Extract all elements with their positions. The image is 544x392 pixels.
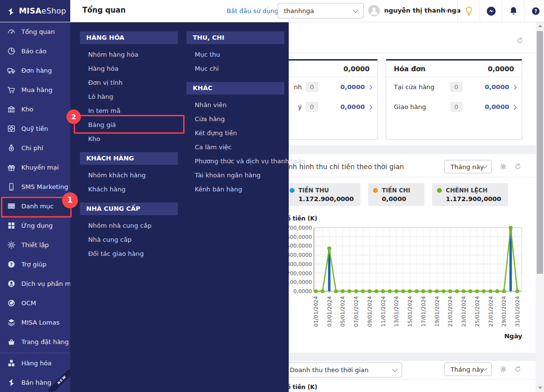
gear-icon[interactable]	[499, 365, 507, 373]
sidebar-item-tổng-quan[interactable]: Tổng quan	[0, 22, 70, 41]
store-selector[interactable]: thanhnga	[278, 3, 364, 18]
data-point	[455, 289, 459, 293]
x-tick-label: 23/01/2024	[461, 296, 467, 327]
sidebar-item-hàng-hóa[interactable]: Hàng hóa	[0, 353, 70, 373]
menu-item-lô-hàng[interactable]: Lô hàng	[80, 90, 178, 104]
help-icon: ?	[7, 260, 16, 269]
revenue-period-select[interactable]: Tháng này	[444, 362, 492, 376]
sidebar-item-bán-hàng[interactable]: Bán hàng	[0, 373, 70, 392]
refresh-icon[interactable]	[514, 365, 522, 373]
menu-item-nhóm-khách-hàng[interactable]: Nhóm khách hàng	[80, 168, 178, 182]
scroll-down-button[interactable]	[536, 384, 544, 392]
get-started-link[interactable]: Bắt đầu sử dụng	[227, 7, 279, 15]
svg-text:?: ?	[10, 262, 13, 267]
sidebar-item-quỹ-tiền[interactable]: Quỹ tiền	[0, 119, 70, 138]
chevron-down-icon	[392, 366, 397, 372]
menu-item-in-tem-mã[interactable]: In tem mã	[80, 104, 178, 118]
brand-name: MISA	[19, 6, 42, 16]
sidebar-item-kho[interactable]: Kho	[0, 99, 70, 119]
notifications-bell-icon[interactable]	[502, 0, 524, 22]
cashflow-period-select[interactable]: Tháng này	[444, 160, 492, 173]
data-point	[515, 289, 519, 293]
sidebar-item-danh-mục[interactable]: Danh mục	[0, 196, 70, 216]
data-point	[462, 289, 466, 293]
row-count-badge: 0	[306, 102, 318, 112]
row-label: Giao hàng	[394, 103, 446, 110]
menu-item-ca-làm-việc[interactable]: Ca làm việc	[187, 140, 284, 154]
menu-item-đối-tác-giao-hàng[interactable]: Đối tác giao hàng	[80, 247, 178, 261]
menu-item-két-đựng-tiền[interactable]: Két đựng tiền	[187, 126, 284, 140]
menu-item-đơn-vị-tính[interactable]: Đơn vị tính	[80, 76, 178, 90]
top-bar: MISAeShop Tổng quan Bắt đầu sử dụng than…	[0, 0, 544, 22]
boxes-icon	[7, 359, 16, 368]
cashflow-period-value: Tháng này	[451, 163, 484, 171]
refresh-icon[interactable]	[516, 37, 524, 45]
menu-item-mục-chi[interactable]: Mục chi	[187, 62, 284, 76]
data-point	[347, 289, 351, 293]
card-row[interactable]: Giao hàng00,0000	[386, 97, 522, 117]
menu-item-kênh-bán-hàng[interactable]: Kênh bán hàng	[187, 182, 284, 196]
sidebar-item-thiết-lập[interactable]: Thiết lập	[0, 235, 70, 254]
data-point	[321, 289, 325, 293]
sidebar-item-báo-cáo[interactable]: Báo cáo	[0, 41, 70, 61]
scrollbar-thumb[interactable]	[537, 31, 543, 274]
sidebar-item-misa-lomas[interactable]: MISA Lomas	[0, 313, 70, 332]
chevron-down-icon	[353, 7, 358, 13]
series-color-dot	[437, 188, 442, 193]
orders-card-total: 0,0000	[343, 65, 370, 73]
user-name[interactable]: nguyễn thị thanh nga	[384, 7, 461, 14]
scroll-up-button[interactable]	[536, 22, 544, 30]
menu-item-bảng-giá[interactable]: Bảng giá	[80, 118, 178, 132]
menu-item-khách-hàng[interactable]: Khách hàng	[80, 182, 178, 196]
help-icon[interactable]: ?	[524, 0, 544, 22]
sidebar-item-đơn-hàng[interactable]: Đơn hàng	[0, 61, 70, 80]
sidebar-item-label: Quỹ tiền	[21, 125, 48, 132]
menu-item-tài-khoản-ngân-hàng[interactable]: Tài khoản ngân hàng	[187, 168, 284, 182]
data-point	[388, 289, 392, 293]
menu-section: NHÀ CUNG CẤPNhóm nhà cung cấpNhà cung cấ…	[80, 203, 178, 261]
whats-new-lightbulb-icon[interactable]	[457, 0, 480, 22]
basket-icon	[7, 337, 16, 346]
sidebar-item-label: Đơn hàng	[21, 67, 52, 74]
series-color-dot	[373, 188, 378, 193]
messenger-icon[interactable]	[480, 0, 502, 22]
refresh-icon[interactable]	[514, 163, 522, 171]
data-point	[448, 289, 452, 293]
menu-item-nhóm-nhà-cung-cấp[interactable]: Nhóm nhà cung cấp	[80, 219, 178, 233]
app-logo[interactable]: MISAeShop	[0, 0, 70, 22]
sidebar-item-trợ-giúp[interactable]: ?Trợ giúp	[0, 254, 70, 274]
x-tick-label: 31/01/2024	[514, 296, 521, 327]
sidebar-item-label: Dịch vụ phần mềm	[21, 280, 70, 287]
sidebar-item-dịch-vụ-phần-mềm[interactable]: Dịch vụ phần mềm	[0, 274, 70, 293]
menu-item-mục-thu[interactable]: Mục thu	[187, 47, 284, 62]
data-point	[468, 289, 472, 293]
menu-item-kho[interactable]: Kho	[80, 132, 178, 146]
revenue-metric-select[interactable]: Doanh thu theo thời gian	[283, 362, 402, 377]
menu-item-phương-thức-và-dịch-vụ-thanh-toán[interactable]: Phương thức và dịch vụ thanh toán	[187, 154, 284, 168]
gear-icon[interactable]	[499, 163, 507, 171]
row-label: Tại cửa hàng	[394, 83, 446, 91]
avatar[interactable]	[368, 5, 380, 16]
sidebar-item-chi-phí[interactable]: Chi phí	[0, 138, 70, 157]
sidebar-item-trang-đặt-hàng[interactable]: Trang đặt hàng	[0, 332, 70, 351]
series-color-dot	[290, 188, 295, 193]
card-row[interactable]: Tại cửa hàng00,0000	[386, 77, 522, 97]
vertical-scrollbar[interactable]	[536, 22, 544, 392]
menu-item-nhà-cung-cấp[interactable]: Nhà cung cấp	[80, 233, 178, 247]
step-badge-1: 1	[62, 192, 78, 208]
menu-item-hàng-hóa[interactable]: Hàng hóa	[80, 62, 178, 76]
sidebar-item-sms-marketing[interactable]: SMS Marketing	[0, 177, 70, 196]
menu-item-cửa-hàng[interactable]: Cửa hàng	[187, 112, 284, 126]
menu-item-nhóm-hàng-hóa[interactable]: Nhóm hàng hóa	[80, 47, 178, 62]
menu-item-nhân-viên[interactable]: Nhân viên	[187, 98, 284, 112]
sidebar-item-khuyến-mại[interactable]: Khuyến mại	[0, 157, 70, 177]
sidebar-item-ứng-dụng[interactable]: Ứng dụng	[0, 216, 70, 235]
x-tick-label: 15/01/2024	[407, 296, 413, 327]
sidebar-item-ocm[interactable]: OCM	[0, 293, 70, 313]
chevron-right-icon	[368, 103, 372, 110]
x-tick-label: 27/01/2024	[488, 296, 494, 327]
sidebar-item-mua-hàng[interactable]: Mua hàng	[0, 80, 70, 99]
divider	[268, 6, 268, 16]
data-point	[368, 289, 372, 293]
data-point	[482, 289, 486, 293]
